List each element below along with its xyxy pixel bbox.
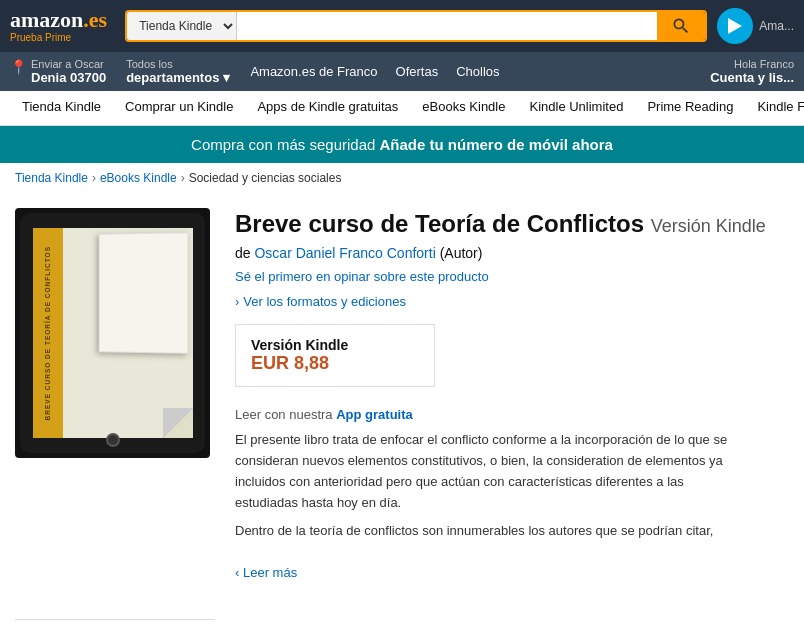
buy-box-title: Versión Kindle bbox=[251, 337, 419, 353]
book-description: El presente libro trata de enfocar el co… bbox=[235, 430, 735, 584]
author-link[interactable]: Oscar Daniel Franco Conforti bbox=[254, 245, 435, 261]
kindle-nav-flash[interactable]: Kindle Flash bbox=[745, 91, 804, 125]
main-content: BREVE CURSO DE TEORÍA DE CONFLICTOS Brev… bbox=[0, 193, 804, 599]
kindle-nav-comprar[interactable]: Comprar un Kindle bbox=[113, 91, 245, 125]
chevron-right-icon: › bbox=[235, 294, 239, 309]
nav-link-1[interactable]: Ofertas bbox=[396, 64, 439, 79]
read-app-line: Leer con nuestra App gratuita bbox=[235, 407, 789, 422]
nav-link-2[interactable]: Chollos bbox=[456, 64, 499, 79]
departments-menu[interactable]: Todos los departamentos ▾ bbox=[126, 58, 230, 85]
kindle-nav: Tienda Kindle Comprar un Kindle Apps de … bbox=[0, 91, 804, 126]
tablet-home-button bbox=[106, 433, 120, 447]
breadcrumb-sep-1: › bbox=[181, 171, 185, 185]
bottom-row: Sigue al autor 👤 Franco Conforti + Segui… bbox=[0, 599, 804, 628]
location-pin-icon: 📍 bbox=[10, 59, 27, 75]
book-author-line: de Oscar Daniel Franco Conforti (Autor) bbox=[235, 245, 789, 261]
tablet-frame: BREVE CURSO DE TEORÍA DE CONFLICTOS bbox=[20, 213, 205, 453]
logo-tld: .es bbox=[83, 7, 107, 32]
promo-banner: Compra con más seguridad Añade tu número… bbox=[0, 126, 804, 163]
author-role: (Autor) bbox=[440, 245, 483, 261]
buy-box-price: EUR 8,88 bbox=[251, 353, 419, 374]
tablet-screen: BREVE CURSO DE TEORÍA DE CONFLICTOS bbox=[33, 228, 193, 438]
search-button[interactable] bbox=[657, 12, 705, 40]
search-icon bbox=[671, 16, 691, 36]
promo-cta[interactable]: Añade tu número de móvil ahora bbox=[380, 136, 613, 153]
page-fold bbox=[98, 232, 188, 354]
book-cover: BREVE CURSO DE TEORÍA DE CONFLICTOS bbox=[15, 208, 210, 458]
promo-prefix: Compra con más seguridad bbox=[191, 136, 375, 153]
book-image-area: BREVE CURSO DE TEORÍA DE CONFLICTOS bbox=[15, 208, 215, 584]
amazon-label: Ama... bbox=[759, 19, 794, 33]
search-input[interactable] bbox=[237, 12, 657, 40]
kindle-nav-tienda[interactable]: Tienda Kindle bbox=[10, 91, 113, 125]
nav-link-0[interactable]: Amazon.es de Franco bbox=[250, 64, 377, 79]
logo-sub: Prueba Prime bbox=[10, 32, 107, 43]
spine-text: BREVE CURSO DE TEORÍA DE CONFLICTOS bbox=[44, 246, 52, 420]
nav-links: Amazon.es de Franco Ofertas Chollos bbox=[250, 64, 499, 79]
play-icon bbox=[728, 18, 742, 34]
location-label: Enviar a Oscar bbox=[31, 58, 106, 70]
buy-box: Versión Kindle EUR 8,88 bbox=[235, 324, 435, 387]
review-link[interactable]: Sé el primero en opinar sobre este produ… bbox=[235, 269, 789, 284]
breadcrumb-current: Sociedad y ciencias sociales bbox=[189, 171, 342, 185]
author-section: Sigue al autor 👤 Franco Conforti + Segui… bbox=[15, 619, 215, 628]
book-title: Breve curso de Teoría de Conflictos Vers… bbox=[235, 208, 789, 239]
book-version: Versión Kindle bbox=[651, 216, 766, 236]
prime-video-button[interactable] bbox=[717, 8, 753, 44]
description-p2: Dentro de la teoría de conflictos son in… bbox=[235, 521, 735, 542]
book-details: Breve curso de Teoría de Conflictos Vers… bbox=[235, 208, 789, 584]
search-bar: Tienda Kindle bbox=[125, 10, 707, 42]
kindle-nav-unlimited[interactable]: Kindle Unlimited bbox=[517, 91, 635, 125]
location-selector[interactable]: 📍 Enviar a Oscar Denia 03700 bbox=[10, 58, 106, 85]
read-more-link[interactable]: ‹ Leer más bbox=[235, 565, 297, 580]
header-right: Ama... bbox=[717, 8, 794, 44]
departments-main: departamentos ▾ bbox=[126, 70, 230, 85]
header-sub: 📍 Enviar a Oscar Denia 03700 Todos los d… bbox=[0, 52, 804, 91]
account-action: Cuenta y lis... bbox=[710, 70, 794, 85]
read-app-link[interactable]: App gratuita bbox=[336, 407, 413, 422]
formats-text: Ver los formatos y ediciones bbox=[243, 294, 406, 309]
location-name: Denia 03700 bbox=[31, 70, 106, 85]
read-app-prefix: Leer con nuestra bbox=[235, 407, 333, 422]
logo: amazon.es bbox=[10, 9, 107, 31]
formats-link[interactable]: › Ver los formatos y ediciones bbox=[235, 294, 789, 309]
breadcrumb-0[interactable]: Tienda Kindle bbox=[15, 171, 88, 185]
header-top: amazon.es Prueba Prime Tienda Kindle Ama… bbox=[0, 0, 804, 52]
breadcrumb: Tienda Kindle › eBooks Kindle › Sociedad… bbox=[0, 163, 804, 193]
chevron-down-icon: ▾ bbox=[223, 70, 230, 85]
kindle-nav-ebooks[interactable]: eBooks Kindle bbox=[410, 91, 517, 125]
kindle-nav-apps[interactable]: Apps de Kindle gratuitas bbox=[245, 91, 410, 125]
search-category-dropdown[interactable]: Tienda Kindle bbox=[127, 12, 237, 40]
page-curl bbox=[163, 408, 193, 438]
breadcrumb-sep-0: › bbox=[92, 171, 96, 185]
departments-label: Todos los bbox=[126, 58, 230, 70]
description-p1: El presente libro trata de enfocar el co… bbox=[235, 430, 735, 513]
book-page-area bbox=[63, 228, 193, 438]
book-spine-area: BREVE CURSO DE TEORÍA DE CONFLICTOS bbox=[33, 228, 63, 438]
account-hello: Hola Franco bbox=[710, 58, 794, 70]
account-info[interactable]: Hola Franco Cuenta y lis... bbox=[710, 58, 794, 85]
kindle-nav-prime-reading[interactable]: Prime Reading bbox=[635, 91, 745, 125]
logo-area[interactable]: amazon.es Prueba Prime bbox=[10, 9, 107, 43]
breadcrumb-1[interactable]: eBooks Kindle bbox=[100, 171, 177, 185]
